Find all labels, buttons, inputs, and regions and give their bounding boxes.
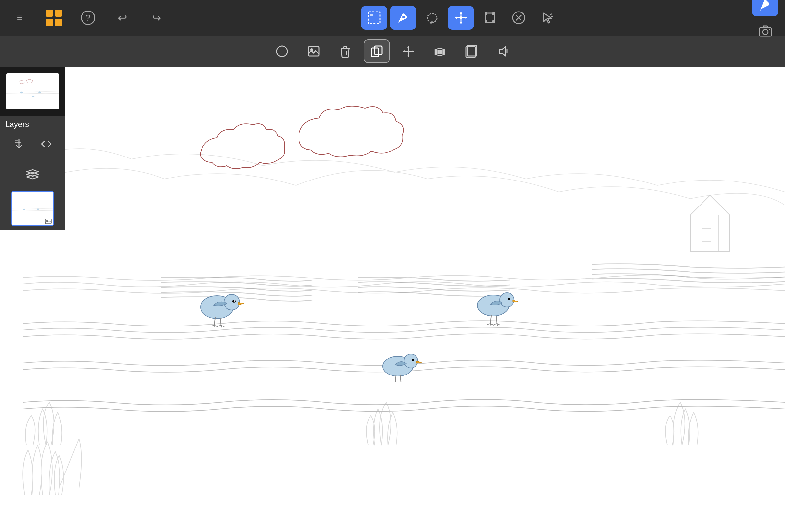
svg-rect-0 [46,9,53,17]
layers-title: Layers [5,120,29,129]
svg-rect-14 [492,12,495,15]
marquee-select-icon [367,10,381,25]
layers-stack-icon [433,45,447,58]
svg-point-47 [500,293,514,307]
canvas-area[interactable] [0,67,785,532]
svg-rect-1 [55,9,62,17]
drawing-canvas[interactable] [0,67,785,532]
sound-button[interactable] [490,40,516,63]
svg-rect-16 [492,20,495,23]
duplicate-button[interactable] [363,40,390,63]
camera-button[interactable] [752,19,779,43]
svg-rect-2 [46,19,53,26]
top-toolbar: ≡ ? ↩ ↪ [0,0,785,35]
circle-tool-icon [276,45,288,58]
thumbnail-preview[interactable] [0,67,65,116]
svg-point-23 [763,29,768,34]
layer-items-list [0,187,65,230]
undo-button[interactable]: ↩ [109,6,135,30]
layers-tools [0,133,65,159]
svg-point-41 [224,294,239,310]
svg-rect-15 [484,20,487,23]
svg-rect-4 [368,12,380,24]
redo-button[interactable]: ↪ [143,6,170,30]
add-circle-button[interactable] [269,40,295,63]
svg-rect-3 [55,19,62,26]
transform-tool-icon [483,10,497,25]
thumbnail-inner [6,73,59,109]
pointer-tool-icon [540,10,555,25]
pointer-tool-button[interactable] [534,6,561,30]
move-tool-button[interactable] [448,6,474,30]
help-icon: ? [81,10,95,25]
lasso-select-icon [425,10,439,25]
layers-button[interactable] [427,40,453,63]
marquee-select-button[interactable] [361,6,387,30]
svg-line-20 [550,14,552,15]
draw-pen-icon [758,0,773,12]
svg-rect-5 [370,14,373,17]
clip-icon [465,45,478,58]
left-sidebar: Layers [0,67,65,230]
svg-point-11 [460,17,462,19]
undo-icon: ↩ [118,11,127,24]
brand-icon-button[interactable] [41,6,67,30]
svg-rect-69 [45,219,51,224]
svg-point-60 [39,92,41,93]
svg-point-53 [411,359,414,361]
hamburger-menu-button[interactable]: ≡ [6,6,33,30]
transform2-icon [402,45,415,58]
deselect-icon [511,10,526,25]
layers-header: Layers [0,116,65,133]
pen-tool-button[interactable] [390,6,416,30]
svg-point-52 [404,354,418,368]
transform-tool-button[interactable] [477,6,503,30]
merge-layers-button[interactable] [23,163,43,183]
camera-icon [758,24,773,38]
deselect-button[interactable] [506,6,532,30]
svg-point-6 [402,16,405,19]
layer-down-button[interactable] [10,135,28,155]
image-tool-icon [307,45,320,58]
transform2-button[interactable] [395,40,422,63]
draw-mode-button[interactable] [752,0,779,17]
toolbar-center [183,6,739,30]
svg-rect-13 [484,12,487,15]
svg-point-68 [37,208,39,210]
sound-icon [497,45,509,58]
svg-point-61 [32,96,34,97]
second-toolbar [0,35,785,67]
help-button[interactable]: ? [75,6,101,30]
duplicate-icon [370,45,383,58]
delete-icon [338,45,352,58]
layer-item-1[interactable] [11,191,54,226]
brand-logo-icon [45,9,62,26]
svg-rect-65 [15,142,21,143]
clip-button[interactable] [458,40,484,63]
layer-down-icon [13,138,25,150]
redo-icon: ↪ [152,11,161,24]
toolbar-right [752,0,779,43]
add-image-button[interactable] [301,40,327,63]
svg-point-48 [508,298,510,300]
svg-point-25 [277,46,287,56]
svg-point-67 [23,209,25,210]
merge-layers-icon [25,165,41,181]
layer-code-button[interactable] [38,135,55,155]
toolbar-left: ≡ ? ↩ ↪ [6,6,170,30]
layer-code-icon [41,138,52,150]
svg-rect-39 [0,67,785,532]
layers-panel: Layers [0,116,65,230]
move-tool-icon [454,10,468,25]
svg-rect-64 [15,140,18,141]
delete-button[interactable] [332,40,358,63]
pen-tool-icon [396,10,410,25]
hamburger-icon: ≡ [17,12,22,23]
svg-point-43 [234,300,235,302]
lasso-select-button[interactable] [419,6,445,30]
svg-marker-37 [500,47,506,56]
svg-point-59 [20,92,23,93]
layer-image-icon [45,219,52,224]
svg-point-24 [768,29,770,30]
